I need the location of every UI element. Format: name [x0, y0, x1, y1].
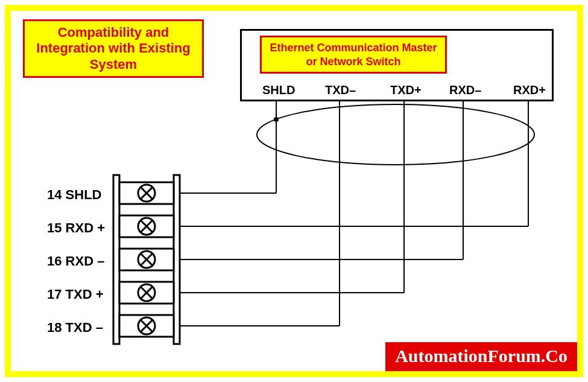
- wiring-diagram: [11, 11, 577, 371]
- svg-point-0: [257, 104, 534, 165]
- watermark: AutomationForum.Co: [385, 342, 577, 371]
- watermark-text: AutomationForum.Co: [395, 346, 567, 366]
- diagram-frame: Compatibility and Integration with Exist…: [5, 5, 583, 377]
